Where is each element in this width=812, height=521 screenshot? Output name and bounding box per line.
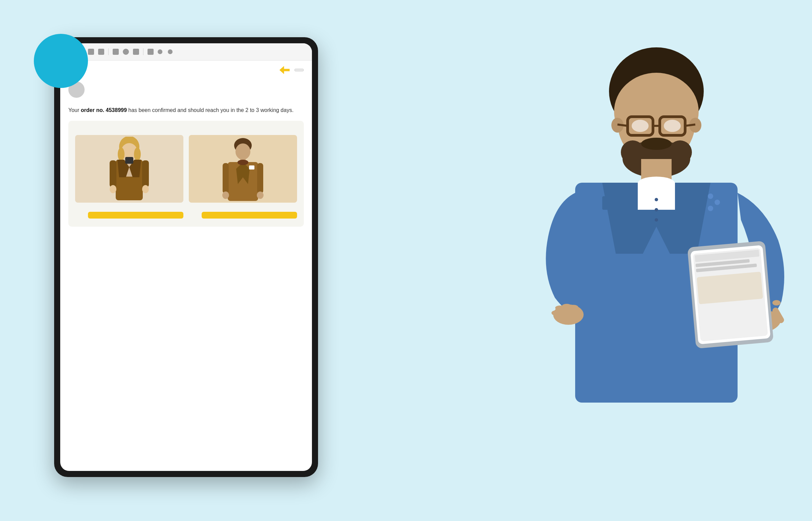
svg-point-48 [655,198,658,201]
audemars-wishlist-icon[interactable] [75,210,85,220]
svg-point-58 [772,300,781,305]
svg-rect-9 [142,160,149,187]
svg-point-67 [708,194,713,199]
svg-point-68 [715,200,720,205]
svg-rect-65 [697,272,763,304]
svg-rect-21 [223,163,229,194]
trash-icon[interactable] [98,49,104,55]
svg-point-32 [621,140,645,164]
svg-point-14 [235,143,250,160]
audemars-add-to-cart-button[interactable] [88,212,183,219]
svg-point-41 [641,138,672,150]
woman-figure-svg [106,137,153,203]
svg-point-49 [655,208,658,211]
svg-point-11 [142,185,149,193]
svg-point-39 [632,120,649,132]
man-figure-svg [219,137,267,203]
sender-info [89,82,93,83]
svg-point-69 [708,206,713,211]
product-card-cartier [189,135,297,220]
order-number: order no. 4538999 [81,107,127,113]
recommended-section [68,121,304,227]
email-paragraph-1: Your order no. 4538999 has been confirme… [68,106,304,115]
svg-rect-66 [602,196,619,210]
email-subject-row [60,61,312,78]
svg-rect-8 [110,160,116,187]
email-toolbar: ← [60,43,312,61]
cartier-add-to-cart-button[interactable] [202,212,297,219]
svg-point-23 [222,191,229,199]
mail-icon[interactable] [113,49,119,55]
svg-point-24 [257,191,264,199]
sender-row [60,78,312,103]
svg-point-10 [110,185,116,193]
svg-point-2 [118,148,125,161]
dots-menu-icon[interactable] [168,49,173,54]
label-icon[interactable] [133,49,139,55]
inbox-badge [294,69,304,71]
product-audemars-actions [75,210,183,220]
svg-rect-12 [125,157,133,164]
svg-point-33 [668,140,692,164]
svg-rect-22 [257,163,263,194]
video-icon[interactable] [148,49,154,55]
clock-icon[interactable] [123,49,129,55]
toolbar-separator-1 [108,48,109,55]
svg-point-25 [238,160,248,165]
email-body: Your order no. 4538999 has been confirme… [60,103,312,471]
svg-point-50 [655,218,658,222]
info-icon[interactable] [88,49,94,55]
person-image [487,17,792,518]
svg-point-55 [569,305,578,310]
svg-point-3 [134,148,141,161]
product-cartier-actions [189,210,297,220]
lightning-circle-logo [34,34,88,88]
more-icon[interactable] [158,49,162,54]
svg-rect-20 [249,165,254,169]
toolbar-separator-2 [143,48,143,55]
svg-line-37 [617,124,628,126]
products-grid [75,135,297,220]
svg-line-38 [685,124,695,126]
person-illustration [487,17,792,518]
tablet-device: ← [54,37,318,477]
forward-arrows-icon[interactable] [279,66,290,74]
cartier-wishlist-icon[interactable] [189,210,198,220]
tablet-screen: ← [60,43,312,471]
product-image-cartier [189,135,297,203]
svg-point-40 [664,120,681,132]
svg-point-52 [551,310,562,316]
product-image-audemars [75,135,183,203]
svg-rect-47 [638,183,675,210]
product-card-audemars [75,135,183,220]
